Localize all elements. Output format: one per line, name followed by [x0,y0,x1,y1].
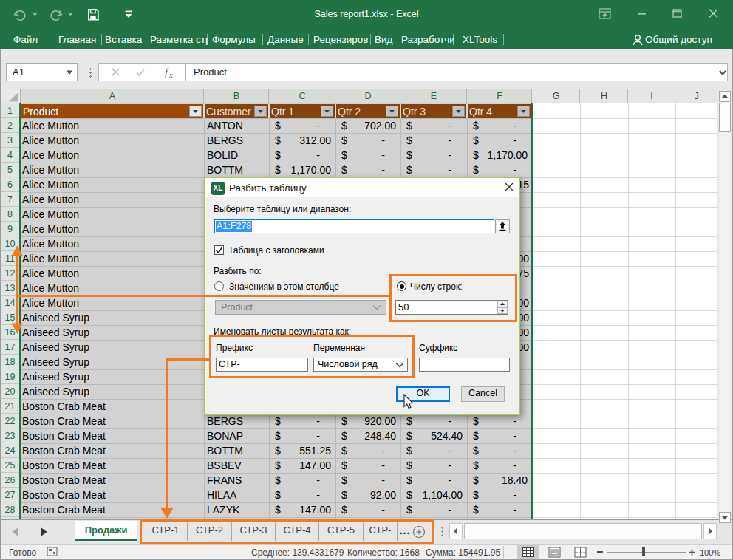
svg-text:x: x [168,70,173,79]
